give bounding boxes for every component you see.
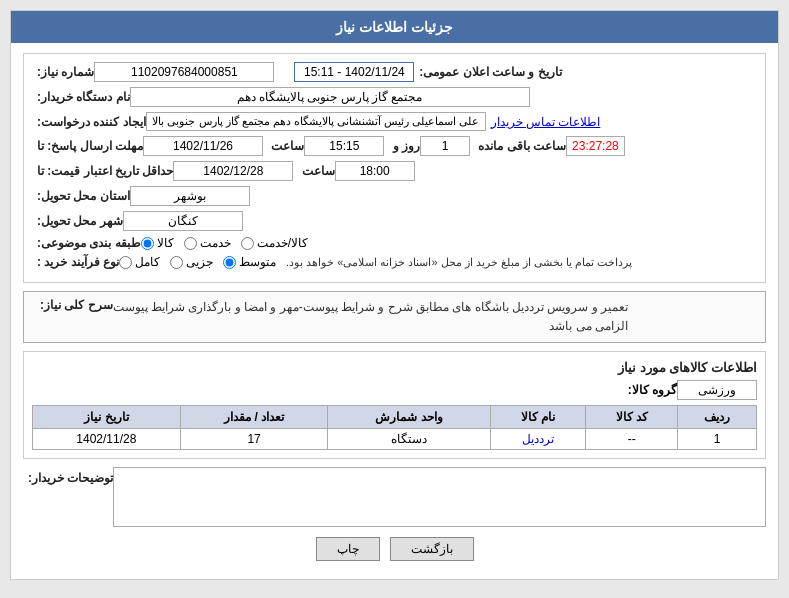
response-time-value: 15:15 — [304, 136, 384, 156]
goods-table: ردیف کد کالا نام کالا واحد شمارش تعداد /… — [32, 405, 757, 450]
buyer-value: مجتمع گاز پارس جنوبی پالایشگاه دهم — [130, 87, 530, 107]
row-buyer: مجتمع گاز پارس جنوبی پالایشگاه دهم نام د… — [32, 87, 757, 107]
city-label: شهر محل تحویل: — [37, 214, 123, 228]
col-qty: تعداد / مقدار — [180, 406, 328, 429]
col-unit: واحد شمارش — [328, 406, 490, 429]
page-title: جزئیات اطلاعات نیاز — [336, 19, 453, 35]
buyer-notes-input[interactable] — [113, 467, 766, 527]
category-option-kala-khedmat[interactable]: کالا/خدمت — [241, 236, 308, 250]
category-option-kala[interactable]: کالا — [141, 236, 174, 250]
needs-desc-text: تعمیر و سرویس ترددیل باشگاه های مطابق شر… — [113, 298, 628, 336]
needs-desc-line1: تعمیر و سرویس ترددیل باشگاه های مطابق شر… — [113, 300, 628, 314]
purchase-type-kamel[interactable]: کامل — [119, 255, 160, 269]
category-radio-kala[interactable] — [141, 237, 154, 250]
content-area: تاریخ و ساعت اعلان عمومی: 1402/11/24 - 1… — [11, 43, 778, 579]
group-label: گروه کالا: — [628, 383, 677, 397]
category-kala-khedmat-label: کالا/خدمت — [257, 236, 308, 250]
needs-desc-line2: الزامی می باشد — [549, 319, 628, 333]
creator-label: ایجاد کننده درخواست: — [37, 115, 146, 129]
row-need-number: تاریخ و ساعت اعلان عمومی: 1402/11/24 - 1… — [32, 62, 757, 82]
expiry-time-value: 18:00 — [335, 161, 415, 181]
main-container: جزئیات اطلاعات نیاز تاریخ و ساعت اعلان ع… — [10, 10, 779, 580]
col-row: ردیف — [678, 406, 757, 429]
group-row: ورزشی گروه کالا: — [32, 380, 757, 400]
table-header-row: ردیف کد کالا نام کالا واحد شمارش تعداد /… — [33, 406, 757, 429]
row-province: بوشهر استان محل تحویل: — [32, 186, 757, 206]
col-code: کد کالا — [586, 406, 678, 429]
category-kala-label: کالا — [157, 236, 174, 250]
need-number-label: شماره نیاز: — [37, 65, 94, 79]
city-value: کنگان — [123, 211, 243, 231]
creator-value: علی اسماعیلی رئیس آتشنشانی پالایشگاه دهم… — [146, 112, 486, 131]
needs-desc-section: تعمیر و سرویس ترددیل باشگاه های مطابق شر… — [23, 291, 766, 343]
buyer-label: نام دستگاه خریدار: — [37, 90, 130, 104]
back-button[interactable]: بازگشت — [390, 537, 474, 561]
purchase-type-group: متوسط جزیی کامل — [119, 255, 276, 269]
form-section: تاریخ و ساعت اعلان عمومی: 1402/11/24 - 1… — [23, 53, 766, 283]
expiry-date-label: حداقل تاریخ اعتبار قیمت: تا — [37, 164, 173, 178]
row-response-date: 23:27:28 ساعت باقی مانده 1 روز و 15:15 س… — [32, 136, 757, 156]
page-header: جزئیات اطلاعات نیاز — [11, 11, 778, 43]
row-city: کنگان شهر محل تحویل: — [32, 211, 757, 231]
needs-desc-label: سرح کلی نیاز: — [40, 298, 113, 312]
purchase-type-jozii[interactable]: جزیی — [170, 255, 213, 269]
row-purchase-type: پرداخت تمام یا بخشی از مبلغ خرید از محل … — [32, 255, 757, 269]
row-buyer-notes: توضیحات خریدار: — [23, 467, 766, 527]
purchase-radio-jozii[interactable] — [170, 256, 183, 269]
purchase-radio-kamel[interactable] — [119, 256, 132, 269]
expiry-date-value: 1402/12/28 — [173, 161, 293, 181]
response-time-label: ساعت — [271, 139, 304, 153]
purchase-motavaset-label: متوسط — [239, 255, 276, 269]
province-value: بوشهر — [130, 186, 250, 206]
purchase-jozii-label: جزیی — [186, 255, 213, 269]
province-label: استان محل تحویل: — [37, 189, 130, 203]
category-khedmat-label: خدمت — [200, 236, 231, 250]
category-label: طبقه بندی موضوعی: — [37, 236, 141, 250]
cell-unit: دستگاه — [328, 429, 490, 450]
remaining-label: ساعت باقی مانده — [478, 139, 566, 153]
group-value: ورزشی — [677, 380, 757, 400]
purchase-radio-motavaset[interactable] — [223, 256, 236, 269]
row-expiry-date: 18:00 ساعت 1402/12/28 حداقل تاریخ اعتبار… — [32, 161, 757, 181]
purchase-note: پرداخت تمام یا بخشی از مبلغ خرید از محل … — [286, 256, 632, 269]
table-row: 1 -- ترددیل دستگاه 17 1402/11/28 — [33, 429, 757, 450]
day-value: 1 — [420, 136, 470, 156]
date-label: تاریخ و ساعت اعلان عمومی: — [419, 65, 561, 79]
col-name: نام کالا — [490, 406, 586, 429]
cell-code: -- — [586, 429, 678, 450]
goods-section-title: اطلاعات کالاهای مورد نیاز — [32, 360, 757, 375]
print-button[interactable]: چاپ — [316, 537, 380, 561]
cell-row: 1 — [678, 429, 757, 450]
response-date-value: 1402/11/26 — [143, 136, 263, 156]
cell-date: 1402/11/28 — [33, 429, 181, 450]
buyer-notes-label: توضیحات خریدار: — [28, 471, 113, 485]
cell-name[interactable]: ترددیل — [490, 429, 586, 450]
category-option-khedmat[interactable]: خدمت — [184, 236, 231, 250]
day-label: روز و — [393, 139, 420, 153]
purchase-type-motavaset[interactable]: متوسط — [223, 255, 276, 269]
remaining-value: 23:27:28 — [566, 136, 625, 156]
category-radio-group: کالا/خدمت خدمت کالا — [141, 236, 308, 250]
response-date-label: مهلت ارسال پاسخ: تا — [37, 139, 143, 153]
purchase-kamel-label: کامل — [135, 255, 160, 269]
contact-link[interactable]: اطلاعات تماس خریدار — [491, 115, 601, 129]
cell-qty: 17 — [180, 429, 328, 450]
goods-section: اطلاعات کالاهای مورد نیاز ورزشی گروه کال… — [23, 351, 766, 459]
bottom-buttons: بازگشت چاپ — [23, 537, 766, 561]
category-radio-khedmat[interactable] — [184, 237, 197, 250]
expiry-time-label: ساعت — [302, 164, 335, 178]
date-value: 1402/11/24 - 15:11 — [294, 62, 414, 82]
need-number-value: 1102097684000851 — [94, 62, 274, 82]
col-date: تاریخ نیاز — [33, 406, 181, 429]
row-category: کالا/خدمت خدمت کالا طبقه بندی موضوعی: — [32, 236, 757, 250]
purchase-type-label: نوع فرآیند خرید : — [37, 255, 119, 269]
category-radio-kala-khedmat[interactable] — [241, 237, 254, 250]
row-creator: اطلاعات تماس خریدار علی اسماعیلی رئیس آت… — [32, 112, 757, 131]
